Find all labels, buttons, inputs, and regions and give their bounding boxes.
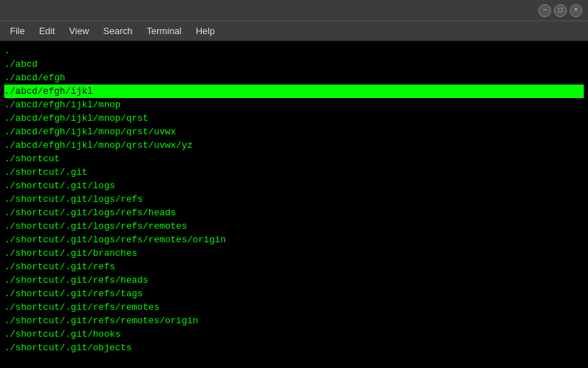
terminal-line: ./shortcut/.git/branches [4, 247, 584, 260]
terminal-line: ./shortcut/.git/logs [4, 179, 584, 193]
terminal-output[interactable]: ../abcd./abcd/efgh./abcd/efgh/ijkl./abcd… [0, 41, 588, 368]
terminal-line: ./shortcut/.git/refs/remotes [4, 301, 584, 314]
menu-bar: File Edit View Search Terminal Help [0, 21, 588, 41]
terminal-line: ./shortcut/.git/logs/refs/remotes/origin [4, 233, 584, 247]
terminal-line: . [4, 44, 584, 58]
maximize-button[interactable]: □ [554, 4, 567, 17]
menu-terminal[interactable]: Terminal [140, 23, 189, 39]
terminal-line: ./shortcut/.git/hooks [4, 328, 584, 341]
terminal-line: ./shortcut/.git/refs/tags [4, 287, 584, 301]
menu-file[interactable]: File [3, 23, 32, 39]
terminal-line: ./shortcut/.git/logs/refs/remotes [4, 220, 584, 233]
terminal-line: ./shortcut/.git/refs/heads [4, 274, 584, 287]
terminal-line: ./shortcut/.git [4, 166, 584, 179]
terminal-line: ./shortcut/.git/logs/refs [4, 193, 584, 206]
terminal-line: ./shortcut/.git/objects [4, 341, 584, 355]
terminal-line: ./abcd/efgh [4, 71, 584, 85]
minimize-button[interactable]: − [538, 4, 551, 17]
menu-help[interactable]: Help [189, 23, 222, 39]
window-controls: − □ × [538, 4, 582, 17]
terminal-line: ./abcd/efgh/ijkl/mnop/qrst/uvwx/yz [4, 139, 584, 152]
terminal-line: ./abcd/efgh/ijkl/mnop [4, 98, 584, 112]
menu-edit[interactable]: Edit [32, 23, 62, 39]
terminal-line: ./abcd/efgh/ijkl/mnop/qrst [4, 112, 584, 125]
terminal-line: ./abcd [4, 58, 584, 71]
terminal-line: ./shortcut/.git/logs/refs/heads [4, 206, 584, 220]
terminal-line: ./shortcut/.git/refs/remotes/origin [4, 314, 584, 328]
terminal-line: ./abcd/efgh/ijkl [4, 85, 584, 98]
terminal-line: ./shortcut/.git/refs [4, 260, 584, 274]
terminal-line: ./shortcut [4, 152, 584, 166]
terminal-line: ./abcd/efgh/ijkl/mnop/qrst/uvwx [4, 125, 584, 139]
title-bar: − □ × [0, 0, 588, 21]
menu-search[interactable]: Search [96, 23, 139, 39]
menu-view[interactable]: View [62, 23, 96, 39]
close-button[interactable]: × [570, 4, 582, 17]
